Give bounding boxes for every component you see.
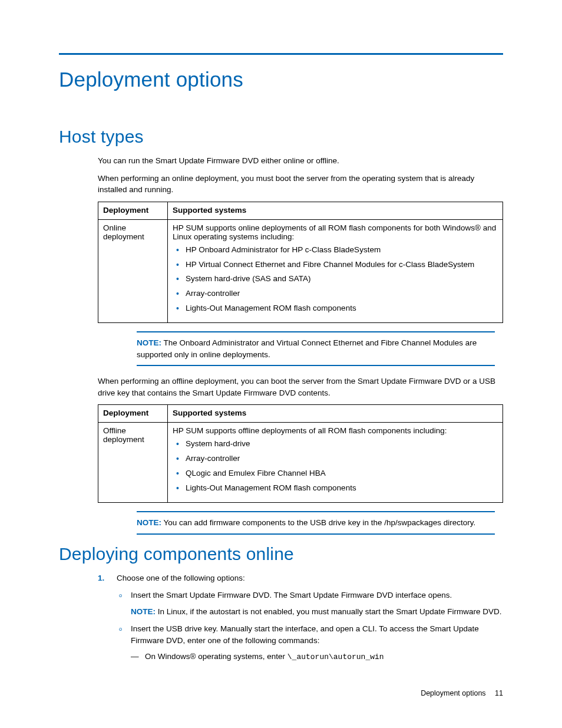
table2-header-col1: Deployment — [98, 405, 168, 423]
list-item: Array-controller — [173, 288, 498, 299]
note-label: NOTE: — [137, 518, 161, 527]
cmd-text: \_autorun\autorun_win — [287, 653, 384, 661]
table2-header-col2: Supported systems — [168, 405, 503, 423]
list-item: Lights-Out Management ROM flash componen… — [173, 303, 498, 314]
table2-row1-list: System hard-drive Array-controller QLogi… — [173, 439, 498, 494]
command-windows: On Windows® operating systems, enter \_a… — [131, 651, 503, 663]
table1-row1-list: HP Onboard Administrator for HP c-Class … — [173, 245, 498, 314]
table2-row1-col1: Offline deployment — [98, 423, 168, 503]
cmd-prefix: On Windows® operating systems, enter — [145, 652, 287, 661]
chapter-title: Deployment options — [59, 68, 503, 91]
note-text: You can add firmware components to the U… — [161, 518, 475, 527]
option-text: Insert the USB drive key. Manually start… — [131, 624, 479, 645]
table1-header-col2: Supported systems — [168, 202, 503, 219]
section-host-types-title: Host types — [59, 127, 503, 147]
note-online: NOTE: The Onboard Administrator and Virt… — [137, 331, 495, 366]
list-item: System hard-drive (SAS and SATA) — [173, 274, 498, 285]
table-offline-deployment: Deployment Supported systems Offline dep… — [98, 404, 503, 503]
step-number: 1. — [98, 572, 104, 584]
note-label: NOTE: — [137, 338, 161, 347]
para-offline-desc: When performing an offline deployment, y… — [98, 375, 503, 398]
footer-section: Deployment options — [421, 689, 485, 697]
note-offline: NOTE: You can add firmware components to… — [137, 511, 495, 535]
para-online-desc: When performing an online deployment, yo… — [98, 173, 503, 196]
table1-row1-col1: Online deployment — [98, 219, 168, 322]
note-text: The Onboard Administrator and Virtual Co… — [137, 338, 477, 359]
step-1: 1. Choose one of the following options: … — [98, 572, 503, 664]
note-label: NOTE: — [131, 607, 156, 616]
option-text: Insert the Smart Update Firmware DVD. Th… — [131, 591, 452, 599]
deploy-steps: 1. Choose one of the following options: … — [98, 572, 503, 664]
list-item: Lights-Out Management ROM flash componen… — [173, 483, 498, 494]
option-insert-dvd: Insert the Smart Update Firmware DVD. Th… — [117, 589, 503, 617]
page-footer: Deployment options 11 — [421, 689, 503, 697]
option-a-note: NOTE: In Linux, if the autostart is not … — [131, 606, 503, 618]
section-deploying-online-title: Deploying components online — [59, 544, 503, 564]
list-item: System hard-drive — [173, 439, 498, 450]
step-1-options: Insert the Smart Update Firmware DVD. Th… — [117, 589, 503, 663]
step-text: Choose one of the following options: — [117, 574, 245, 582]
table2-row1-col2: HP SUM supports offline deployments of a… — [168, 423, 503, 503]
table1-header-col1: Deployment — [98, 202, 168, 219]
list-item: HP Onboard Administrator for HP c-Class … — [173, 245, 498, 256]
table1-row1-intro: HP SUM supports online deployments of al… — [173, 223, 498, 241]
table-online-deployment: Deployment Supported systems Online depl… — [98, 202, 503, 323]
list-item: QLogic and Emulex Fibre Channel HBA — [173, 468, 498, 479]
list-item: HP Virtual Connect Ethernet and Fibre Ch… — [173, 259, 498, 271]
command-list: On Windows® operating systems, enter \_a… — [131, 651, 503, 663]
list-item: Array-controller — [173, 453, 498, 465]
footer-page-number: 11 — [495, 689, 503, 697]
para-intro: You can run the Smart Update Firmware DV… — [98, 155, 503, 167]
table1-row1-col2: HP SUM supports online deployments of al… — [168, 219, 503, 322]
note-text: In Linux, if the autostart is not enable… — [156, 607, 502, 616]
option-insert-usb: Insert the USB drive key. Manually start… — [117, 623, 503, 663]
table2-row1-intro: HP SUM supports offline deployments of a… — [173, 426, 498, 435]
